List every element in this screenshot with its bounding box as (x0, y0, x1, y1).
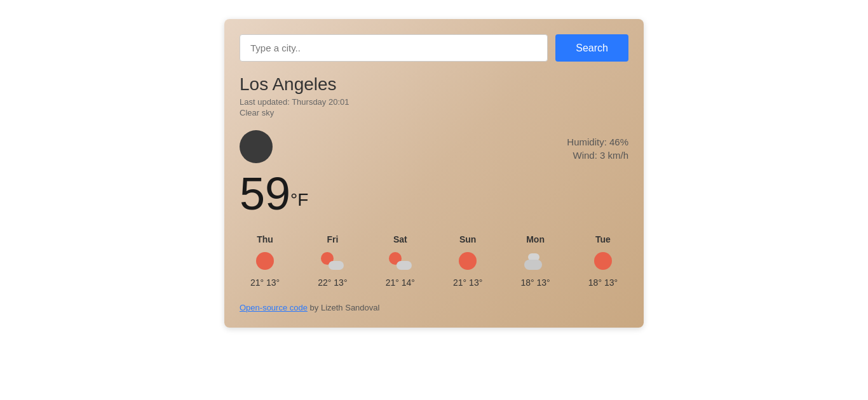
forecast-icon-sun (456, 250, 479, 272)
temperature-unit: °F (290, 190, 308, 210)
forecast-temps: 18° 13° (520, 277, 550, 288)
main-weather-section: 59°F Humidity: 46% Wind: 3 km/h (240, 130, 628, 217)
forecast-day: Sat21° 14° (375, 234, 426, 288)
forecast-day-label: Tue (595, 234, 611, 244)
temperature-value: 59 (240, 168, 290, 219)
forecast-day-label: Fri (327, 234, 338, 244)
forecast-day-label: Sat (393, 234, 407, 244)
forecast-icon-partly-cloudy (389, 250, 412, 272)
forecast-day: Fri22° 13° (307, 234, 358, 288)
wind-display: Wind: 3 km/h (567, 150, 628, 161)
forecast-temps: 22° 13° (318, 277, 347, 288)
search-row: Search (240, 34, 628, 62)
weather-details: Humidity: 46% Wind: 3 km/h (567, 130, 628, 163)
temperature-section: 59°F (240, 130, 308, 217)
open-source-link[interactable]: Open-source code (240, 303, 308, 312)
forecast-day-label: Sun (459, 234, 476, 244)
forecast-icon-sun (592, 250, 614, 272)
footer: Open-source code by Lizeth Sandoval (240, 303, 628, 312)
last-updated: Last updated: Thursday 20:01 (240, 97, 628, 107)
humidity-display: Humidity: 46% (567, 137, 628, 147)
forecast-icon-sun (254, 250, 276, 272)
weather-card: Search Los Angeles Last updated: Thursda… (224, 19, 644, 328)
forecast-day-label: Thu (257, 234, 273, 244)
search-input[interactable] (240, 34, 548, 62)
forecast-day: Sun21° 13° (442, 234, 493, 288)
forecast-day: Tue18° 13° (578, 234, 628, 288)
forecast-row: Thu21° 13°Fri22° 13°Sat21° 14°Sun21° 13°… (240, 234, 628, 288)
temperature-display: 59°F (240, 171, 308, 217)
forecast-temps: 21° 13° (250, 277, 280, 288)
forecast-day: Thu21° 13° (240, 234, 290, 288)
condition-text: Clear sky (240, 108, 628, 117)
forecast-temps: 18° 13° (588, 277, 618, 288)
forecast-day-label: Mon (526, 234, 545, 244)
forecast-day: Mon18° 13° (510, 234, 561, 288)
forecast-icon-mostly-cloudy (524, 250, 547, 272)
footer-suffix: by Lizeth Sandoval (308, 303, 379, 312)
forecast-temps: 21° 14° (386, 277, 415, 288)
current-weather-icon (240, 130, 273, 163)
forecast-temps: 21° 13° (453, 277, 482, 288)
search-button[interactable]: Search (555, 34, 628, 62)
city-name: Los Angeles (240, 74, 628, 95)
forecast-icon-partly-cloudy (321, 250, 344, 272)
